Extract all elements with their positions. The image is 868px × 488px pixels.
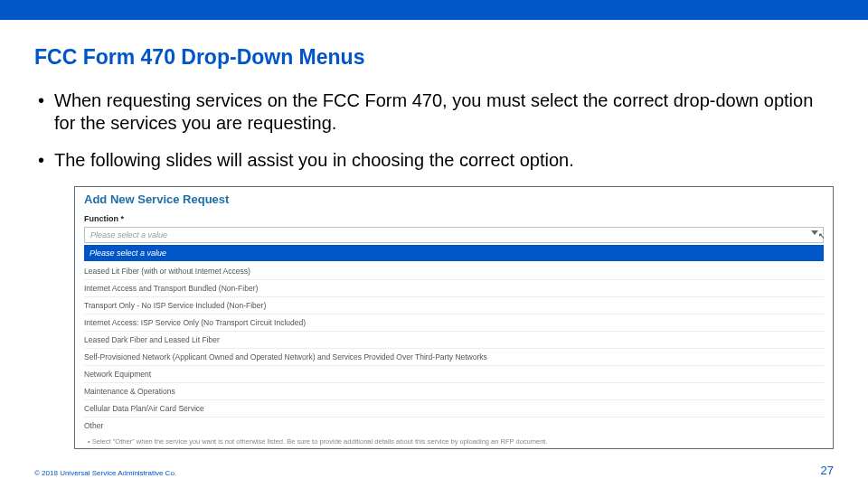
page-number: 27 (821, 464, 834, 477)
form-screenshot: Add New Service Request Function * Pleas… (74, 186, 834, 449)
dropdown-option[interactable]: Leased Lit Fiber (with or without Intern… (84, 263, 824, 280)
dropdown-option[interactable]: Cellular Data Plan/Air Card Service (84, 400, 824, 418)
function-dropdown[interactable]: Please select a value (84, 227, 824, 243)
dropdown-option[interactable]: Internet Access: ISP Service Only (No Tr… (84, 314, 824, 332)
dropdown-option[interactable]: Other (84, 418, 824, 434)
bullet-text: When requesting services on the FCC Form… (54, 89, 834, 135)
copyright-text: © 2018 Universal Service Administrative … (34, 469, 176, 477)
dropdown-highlighted-option[interactable]: Please select a value (84, 245, 824, 261)
dropdown-option[interactable]: Maintenance & Operations (84, 383, 824, 400)
bullet-list: When requesting services on the FCC Form… (34, 89, 834, 172)
dropdown-option[interactable]: Network Equipment (84, 366, 824, 383)
form-heading: Add New Service Request (75, 187, 833, 209)
dropdown-option[interactable]: Internet Access and Transport Bundled (N… (84, 280, 824, 297)
bullet-text: The following slides will assist you in … (54, 149, 834, 172)
dropdown-option[interactable]: Transport Only - No ISP Service Included… (84, 297, 824, 314)
field-label-row: Function * (75, 209, 833, 227)
slide-title: FCC Form 470 Drop-Down Menus (34, 45, 834, 70)
top-accent-bar (0, 0, 868, 20)
field-label: Function * (84, 214, 124, 223)
dropdown-options-list: Leased Lit Fiber (with or without Intern… (75, 261, 833, 437)
cursor-icon: ↖ (818, 231, 826, 240)
dropdown-option[interactable]: Self-Provisioned Network (Applicant Owne… (84, 349, 824, 366)
dropdown-option[interactable]: Leased Dark Fiber and Leased Lit Fiber (84, 332, 824, 349)
chevron-down-icon (811, 230, 818, 235)
bullet-item: The following slides will assist you in … (34, 149, 834, 172)
bullet-item: When requesting services on the FCC Form… (34, 89, 834, 135)
slide-content: FCC Form 470 Drop-Down Menus When reques… (0, 20, 868, 449)
dropdown-input-wrap: Please select a value ↖ (75, 227, 833, 245)
form-helper-note: Select "Other" when the service you want… (75, 437, 833, 448)
slide-footer: © 2018 Universal Service Administrative … (34, 464, 834, 477)
